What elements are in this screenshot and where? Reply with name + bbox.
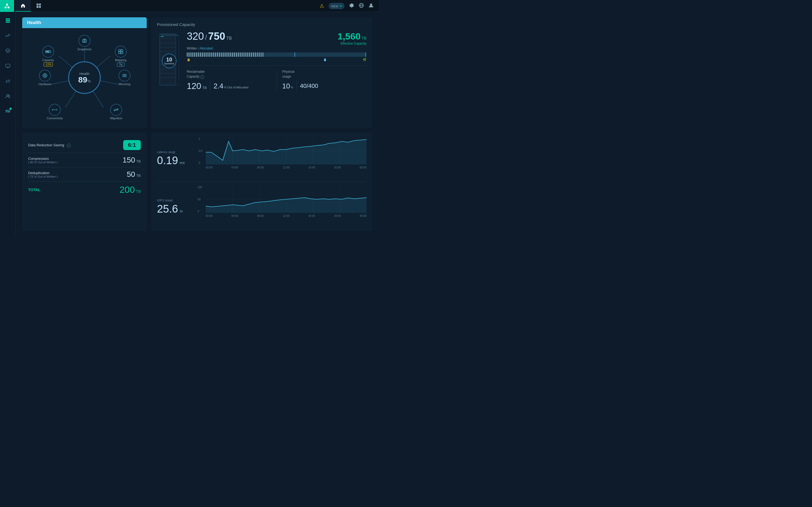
performance-panels: Latency (avg) 0.19 ms 1 0.5	[151, 132, 372, 231]
node-mirroring[interactable]: Mirroring	[118, 70, 131, 86]
svg-rect-14	[6, 18, 10, 19]
svg-point-25	[8, 95, 9, 96]
svg-point-29	[8, 111, 9, 112]
svg-point-68	[161, 36, 162, 37]
health-body: Health 89 % Snapshots	[22, 28, 147, 127]
alert-icon[interactable]: ⚠	[320, 3, 324, 9]
node-capacity[interactable]: Capacity -11%	[42, 46, 54, 66]
bottom-row: Data Reduction Saving i 6:1 Compression …	[22, 132, 372, 231]
top-nav-tabs	[15, 0, 47, 12]
physical-usage-card: Physicalusage 10 % 40/400	[282, 69, 367, 92]
health-center: Health 89 %	[68, 61, 101, 94]
user-icon[interactable]	[369, 3, 373, 9]
svg-rect-39	[118, 50, 120, 51]
capacity-top: 10 Systems 320 / 750 TB	[157, 31, 366, 92]
svg-point-38	[84, 40, 85, 42]
svg-point-13	[370, 3, 372, 6]
data-reduction-row: Data Reduction Saving i 6:1	[28, 137, 141, 153]
svg-rect-7	[39, 3, 41, 5]
data-reduction-badge: 6:1	[123, 140, 141, 150]
node-connectivity[interactable]: Connectivity	[47, 104, 63, 120]
reclaimable-card: ReclaimableCapacity i 120 TB	[187, 69, 271, 92]
capacity-stats: 320 / 750 TB 1,560 TB Effective Ca	[187, 31, 366, 92]
logo[interactable]	[0, 0, 14, 12]
svg-line-4	[7, 5, 9, 7]
node-hardware[interactable]: Hardware	[39, 70, 51, 86]
svg-point-69	[162, 36, 163, 37]
total-row: TOTAL 200 TB	[28, 182, 141, 198]
tab-grid[interactable]	[31, 0, 47, 12]
svg-point-24	[6, 94, 8, 96]
sidebar-badge	[9, 108, 12, 110]
sidebar-item-monitor[interactable]	[3, 61, 13, 71]
top-row: Health	[22, 17, 372, 128]
reclaimable-info-icon[interactable]: i	[200, 75, 204, 79]
svg-point-28	[6, 110, 7, 111]
new-badge[interactable]: NEW +	[329, 3, 344, 9]
health-header: Health	[22, 17, 147, 28]
deduplication-row: Deduplication ( 75 % Out of Written ) 50…	[28, 167, 141, 182]
layout: Health	[0, 12, 379, 237]
sidebar-item-layers[interactable]	[3, 46, 13, 56]
svg-rect-41	[118, 52, 120, 54]
svg-rect-26	[6, 110, 10, 111]
main-content: Health	[16, 12, 379, 237]
svg-rect-19	[6, 64, 10, 67]
data-reduction-info-icon[interactable]: i	[67, 144, 71, 147]
svg-rect-42	[121, 52, 123, 54]
capacity-title: Provisioned Capacity	[157, 22, 366, 27]
node-mapping[interactable]: Mapping Tip	[115, 46, 127, 66]
systems-badge: 10 Systems	[162, 54, 176, 68]
latency-label-area: Latency (avg) 0.19 ms	[157, 150, 200, 166]
sidebar-item-settings[interactable]	[3, 107, 13, 116]
svg-rect-40	[121, 50, 123, 51]
svg-point-48	[44, 75, 46, 76]
health-diagram: Health 89 % Snapshots	[39, 34, 131, 121]
svg-rect-27	[6, 111, 10, 112]
savings-panel: Data Reduction Saving i 6:1 Compression …	[22, 132, 147, 231]
iops-chart: 100 50 0	[206, 186, 366, 226]
svg-rect-16	[6, 20, 10, 21]
node-snapshots[interactable]: Snapshots	[78, 35, 92, 51]
svg-marker-57	[160, 34, 179, 36]
svg-marker-18	[6, 49, 10, 51]
svg-rect-54	[46, 51, 49, 52]
node-migration[interactable]: Migration	[110, 104, 122, 120]
sidebar-item-analytics[interactable]	[3, 31, 13, 41]
sidebar-item-migration[interactable]	[3, 76, 13, 86]
svg-line-3	[5, 5, 7, 7]
svg-rect-8	[37, 6, 39, 8]
iops-label-area: IOPS (total) 25.6 m	[157, 198, 200, 214]
latency-panel: Latency (avg) 0.19 ms 1 0.5	[157, 137, 366, 178]
svg-rect-17	[6, 22, 10, 23]
tab-home[interactable]	[15, 0, 31, 12]
svg-rect-9	[39, 6, 41, 8]
svg-rect-6	[37, 3, 39, 5]
svg-point-0	[6, 3, 8, 5]
top-nav: ⚠ NEW +	[0, 0, 379, 12]
top-nav-right: ⚠ NEW +	[320, 3, 379, 9]
latency-chart: 1 0.5 0	[206, 137, 366, 178]
health-panel: Health	[22, 17, 147, 128]
sidebar-item-storage[interactable]	[3, 16, 13, 25]
settings-icon[interactable]	[349, 3, 354, 9]
iops-panel: IOPS (total) 25.6 m 100 50	[157, 182, 366, 226]
sidebar-item-users[interactable]	[3, 92, 13, 101]
capacity-panel: Provisioned Capacity	[151, 17, 372, 128]
svg-point-47	[43, 74, 47, 77]
server-visual: 10 Systems	[157, 31, 181, 91]
sidebar	[0, 12, 16, 237]
globe-icon[interactable]	[359, 3, 364, 9]
compression-row: Compression ( 90 % Out of Written ) 150 …	[28, 153, 141, 167]
